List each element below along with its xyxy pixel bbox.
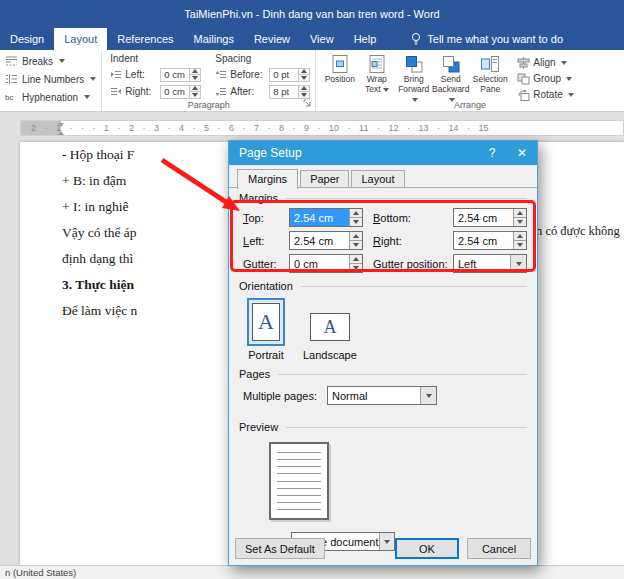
chevron-down-icon (59, 59, 65, 63)
spacing-before-spinner[interactable]: 0 pt (269, 68, 310, 82)
horizontal-ruler[interactable]: 2 · 1 · · · 1 · 2 · 3 · 4 · 5 · 6 · 7 · … (20, 120, 624, 136)
group-button[interactable]: Group (517, 72, 573, 85)
gutter-position-dropdown[interactable]: Left (453, 254, 527, 273)
right-margin-stepper (513, 232, 526, 249)
spacing-before-value[interactable]: 0 pt (270, 69, 298, 81)
dialog-button-row: Set As Default OK Cancel (235, 538, 531, 559)
breaks-label: Breaks (22, 56, 53, 67)
gutter-spinner[interactable]: 0 cm (289, 254, 363, 273)
indent-right-spinner[interactable]: 0 cm (160, 85, 201, 99)
wrap-text-button[interactable]: Wrap Text (358, 53, 395, 94)
indent-markers[interactable] (58, 123, 65, 135)
gutter-position-value: Left (454, 255, 510, 272)
multiple-pages-dropdown[interactable]: Normal (327, 386, 437, 405)
spacing-after-label: After: (230, 86, 266, 97)
indent-left-spinner[interactable]: 0 cm (160, 68, 201, 82)
send-backward-button[interactable]: Send Backward (432, 53, 469, 104)
language-indicator[interactable]: n (United States) (5, 567, 76, 578)
tab-references[interactable]: References (107, 28, 183, 50)
tab-review[interactable]: Review (244, 28, 300, 50)
tab-mailings[interactable]: Mailings (184, 28, 244, 50)
spinner-up-button[interactable] (350, 232, 362, 240)
gutter-value[interactable]: 0 cm (290, 255, 349, 272)
spinner-down-button[interactable] (350, 217, 362, 226)
chevron-down-icon (353, 266, 359, 270)
preview-section-label: Preview (239, 421, 527, 433)
chevron-down-icon (426, 394, 432, 398)
cancel-button[interactable]: Cancel (467, 538, 531, 559)
tell-me-box[interactable]: Tell me what you want to do (402, 28, 571, 50)
top-margin-spinner[interactable]: 2.54 cm (289, 208, 363, 227)
window-titlebar[interactable]: TaiMienPhi.vn - Dinh dang van ban tren w… (0, 0, 624, 28)
gutter-stepper (349, 255, 362, 272)
right-margin-value[interactable]: 2.54 cm (454, 232, 513, 249)
arrange-group-label: Arrange (316, 100, 624, 110)
chevron-down-icon (192, 76, 198, 80)
dialog-title: Page Setup (229, 146, 477, 160)
ok-button[interactable]: OK (395, 538, 459, 559)
position-button[interactable]: Position (321, 53, 358, 84)
position-label: Position (325, 74, 355, 84)
bottom-margin-spinner[interactable]: 2.54 cm (453, 208, 527, 227)
spinner-up-button[interactable] (514, 232, 526, 240)
chevron-up-icon (192, 86, 198, 90)
ribbon: Breaks Line Numbers bc Hyphenation (0, 50, 624, 112)
tab-dialog-layout[interactable]: Layout (351, 170, 404, 188)
top-margin-value[interactable]: 2.54 cm (290, 209, 349, 226)
portrait-option[interactable]: A Portrait (247, 298, 285, 361)
set-as-default-button[interactable]: Set As Default (235, 538, 325, 559)
spacing-after-value[interactable]: 8 pt (270, 86, 298, 98)
indent-right-value[interactable]: 0 cm (161, 86, 189, 98)
selection-pane-button[interactable]: Selection Pane (469, 53, 511, 94)
spinner-down-button[interactable] (190, 91, 200, 98)
chevron-down-icon (517, 220, 523, 224)
landscape-option[interactable]: A Landscape (303, 298, 357, 361)
tab-help[interactable]: Help (344, 28, 387, 50)
spinner-up-button[interactable] (350, 209, 362, 217)
spinner-up-button[interactable] (350, 255, 362, 263)
breaks-button[interactable]: Breaks (5, 53, 96, 69)
dropdown-button[interactable] (420, 387, 436, 404)
spinner-down-button[interactable] (190, 74, 200, 81)
chevron-down-icon (84, 95, 90, 99)
line-numbers-button[interactable]: Line Numbers (5, 71, 96, 87)
tab-layout[interactable]: Layout (54, 28, 107, 50)
bottom-margin-value[interactable]: 2.54 cm (454, 209, 513, 226)
spinner-down-button[interactable] (350, 263, 362, 272)
bring-forward-button[interactable]: Bring Forward (395, 53, 432, 104)
tab-view[interactable]: View (300, 28, 344, 50)
right-margin-spinner[interactable]: 2.54 cm (453, 231, 527, 250)
tab-paper[interactable]: Paper (300, 170, 349, 188)
indent-left-value[interactable]: 0 cm (161, 69, 189, 81)
dialog-tab-strip: Margins Paper Layout (229, 165, 537, 188)
spinner-down-button[interactable] (514, 217, 526, 226)
chevron-up-icon (353, 234, 359, 238)
dialog-close-button[interactable]: ✕ (507, 141, 537, 165)
dropdown-button[interactable] (510, 255, 526, 272)
spacing-before-icon (215, 70, 227, 80)
chevron-down-icon (301, 76, 307, 80)
preview-line (277, 509, 321, 510)
preview-line (277, 466, 321, 467)
tab-design[interactable]: Design (0, 28, 54, 50)
left-margin-spinner[interactable]: 2.54 cm (289, 231, 363, 250)
spinner-up-button[interactable] (514, 209, 526, 217)
align-button[interactable]: Align (517, 56, 573, 69)
paragraph-dialog-launcher-icon[interactable] (303, 99, 313, 109)
dialog-titlebar[interactable]: Page Setup ? ✕ (229, 141, 537, 165)
dialog-help-button[interactable]: ? (477, 141, 507, 165)
spinner-down-button[interactable] (350, 240, 362, 249)
pages-section-label: Pages (239, 368, 527, 380)
send-backward-label-2: Backward (432, 84, 469, 94)
selection-pane-label-2: Pane (480, 84, 500, 94)
send-backward-label-1: Send (441, 74, 461, 84)
left-margin-value[interactable]: 2.54 cm (290, 232, 349, 249)
tab-margins[interactable]: Margins (237, 169, 298, 189)
hyphenation-button[interactable]: bc Hyphenation (5, 89, 96, 105)
multiple-pages-label: Multiple pages: (243, 390, 327, 402)
spacing-after-spinner[interactable]: 8 pt (269, 85, 310, 99)
spinner-down-button[interactable] (299, 74, 309, 81)
spacing-before-stepper (298, 69, 309, 81)
spinner-down-button[interactable] (514, 240, 526, 249)
spinner-down-button[interactable] (299, 91, 309, 98)
